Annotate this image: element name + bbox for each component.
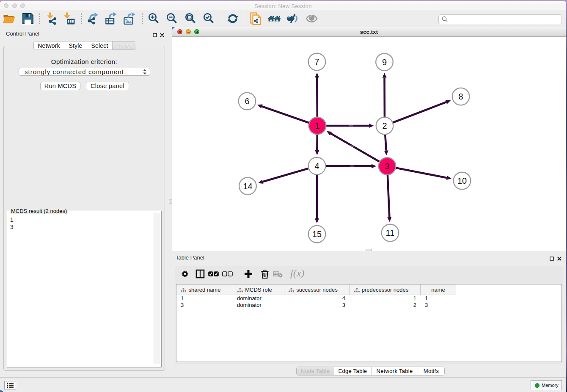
svg-text:4: 4 [314, 161, 319, 171]
svg-text:15: 15 [312, 229, 322, 239]
svg-text:9: 9 [382, 58, 387, 67]
svg-text:8: 8 [458, 92, 463, 101]
svg-text:11: 11 [386, 228, 395, 237]
svg-text:1: 1 [315, 121, 319, 130]
svg-text:6: 6 [245, 97, 249, 106]
svg-text:7: 7 [314, 57, 319, 66]
svg-text:2: 2 [382, 121, 387, 130]
svg-text:14: 14 [243, 182, 252, 191]
svg-text:10: 10 [457, 176, 467, 185]
svg-text:3: 3 [385, 162, 389, 171]
